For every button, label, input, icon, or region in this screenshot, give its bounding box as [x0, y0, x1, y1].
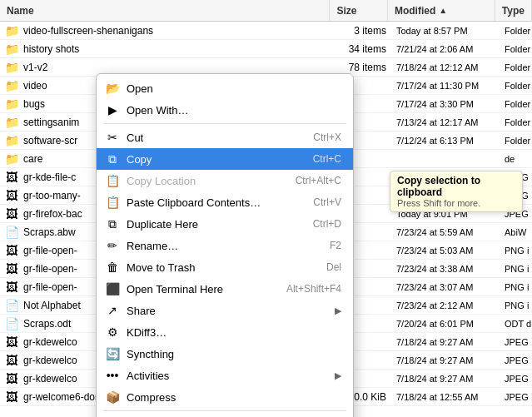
menu-item-properties[interactable]: ☰ Properties Alt+Return: [97, 414, 353, 417]
file-icon: 🖼: [5, 189, 18, 202]
header-type[interactable]: Type: [495, 0, 532, 21]
menu-item-share[interactable]: ↗ Share ▶: [97, 300, 353, 321]
file-type-cell: ODT d: [500, 315, 532, 332]
file-type-cell: AbiW: [500, 223, 532, 241]
file-size-cell: 34 items: [333, 40, 391, 57]
table-row[interactable]: 📁 history shots 34 items 7/21/24 at 2:06…: [0, 40, 532, 58]
file-name: video: [23, 80, 47, 92]
file-type-cell: PNG i: [500, 241, 532, 259]
menu-item-move-to-trash[interactable]: 🗑 Move to Trash Del: [97, 256, 353, 278]
file-modified: 7/23/24 at 2:12 AM: [396, 300, 473, 310]
menu-separator: [103, 123, 346, 124]
file-type: Folder: [505, 62, 530, 72]
menu-item-paste-clipboard[interactable]: 📋 Paste Clipboard Contents… Ctrl+V: [97, 191, 353, 213]
menu-item-label: Compress: [127, 391, 341, 404]
menu-item-icon: 🔄: [105, 346, 120, 361]
file-modified: 7/18/24 at 9:27 AM: [396, 374, 473, 384]
menu-item-open-with[interactable]: ▶ Open With…: [97, 99, 353, 121]
file-icon: 📁: [5, 42, 18, 56]
file-type: PNG i: [505, 282, 529, 292]
menu-item-icon: 📦: [105, 390, 120, 405]
menu-item-open[interactable]: 📂 Open: [97, 77, 353, 99]
file-icon: 📁: [5, 97, 18, 111]
file-size: 34 items: [349, 43, 386, 55]
file-modified: 7/18/24 at 9:27 AM: [396, 337, 473, 347]
file-modified: 7/23/24 at 5:03 AM: [396, 246, 473, 256]
menu-separator: [103, 410, 346, 411]
file-modified-cell: [391, 150, 500, 167]
file-type-cell: Folder: [500, 113, 532, 131]
file-icon: 📁: [5, 116, 18, 129]
table-row[interactable]: 📁 video-fullscreen-shenanigans 3 items T…: [0, 22, 532, 40]
file-name-cell: 📁 history shots: [0, 40, 333, 57]
file-modified-cell: 7/17/24 at 11:30 PM: [391, 77, 500, 94]
file-modified-cell: 7/23/24 at 5:59 AM: [391, 223, 500, 241]
file-type-cell: PNG i: [500, 278, 532, 295]
file-modified-cell: 7/13/24 at 12:17 AM: [391, 113, 500, 131]
menu-item-compress[interactable]: 📦 Compress: [97, 386, 353, 408]
file-name: Scraps.abw: [23, 226, 76, 238]
file-icon: 🖼: [5, 372, 18, 385]
sort-arrow-icon: ▲: [439, 6, 447, 15]
file-type-cell: de: [500, 150, 532, 167]
file-type: ODT d: [505, 319, 531, 329]
file-icon: 📁: [5, 24, 18, 37]
menu-item-label: Activities: [127, 370, 331, 382]
submenu-arrow-icon: ▶: [335, 305, 341, 316]
header-name[interactable]: Name: [0, 0, 330, 21]
menu-item-icon: ⧉: [105, 216, 120, 231]
file-modified-cell: 7/23/24 at 3:07 AM: [391, 278, 500, 295]
file-modified: 7/20/24 at 6:01 PM: [396, 319, 474, 329]
file-icon: 🖼: [5, 390, 18, 404]
file-name: settingsanim: [23, 117, 79, 128]
file-name: gr-kde-file-c: [23, 171, 76, 183]
file-name: history shots: [23, 43, 79, 55]
menu-item-label: Paste Clipboard Contents…: [127, 196, 296, 209]
file-icon: 🖼: [5, 262, 18, 276]
file-type: PNG i: [505, 246, 529, 256]
menu-item-syncthing[interactable]: 🔄 Syncthing: [97, 343, 353, 365]
menu-item-icon: ⧉: [105, 151, 120, 166]
menu-item-shortcut: F2: [330, 240, 341, 251]
menu-item-icon: 🗑: [105, 260, 120, 275]
menu-item-icon: 📂: [105, 81, 120, 96]
menu-item-activities[interactable]: ••• Activities ▶: [97, 365, 353, 386]
file-type-cell: PNG i: [500, 260, 532, 277]
file-name: Scraps.odt: [23, 318, 71, 330]
menu-item-icon: ↗: [105, 303, 120, 318]
file-size-cell: 3 items: [333, 22, 391, 39]
menu-item-rename[interactable]: ✏ Rename… F2: [97, 235, 353, 256]
file-name: gr-kdewelco: [23, 373, 77, 385]
file-size: 78 items: [349, 62, 386, 73]
file-icon: 📄: [5, 317, 18, 330]
menu-item-label: Copy Location: [127, 175, 279, 187]
menu-item-icon: ⬛: [105, 281, 120, 296]
menu-item-copy[interactable]: ⧉ Copy Ctrl+C: [97, 148, 353, 170]
file-modified-cell: 7/23/24 at 5:03 AM: [391, 241, 500, 259]
menu-item-kdiff3[interactable]: ⚙ KDiff3…: [97, 321, 353, 343]
file-icon: 🖼: [5, 207, 18, 221]
menu-item-icon: •••: [105, 368, 120, 383]
file-type-cell: Folder: [500, 40, 532, 57]
file-modified: 7/21/24 at 2:06 AM: [396, 44, 473, 54]
header-size[interactable]: Size: [330, 0, 388, 21]
file-type-cell: Folder: [500, 22, 532, 39]
file-type-cell: PNG i: [500, 296, 532, 314]
file-modified-cell: 7/23/24 at 2:12 AM: [391, 296, 500, 314]
file-type-cell: JPEG: [500, 370, 532, 387]
file-name: software-scr: [23, 135, 77, 146]
file-icon: 🖼: [5, 280, 18, 294]
context-menu: 📂 Open ▶ Open With… ✂ Cut Ctrl+X ⧉ Copy …: [96, 73, 354, 417]
file-modified: 7/23/24 at 5:59 AM: [396, 227, 473, 237]
file-modified: 7/18/24 at 12:12 AM: [396, 62, 478, 72]
file-icon: 🖼: [5, 244, 18, 257]
menu-item-label: Rename…: [127, 240, 313, 252]
menu-item-open-terminal[interactable]: ⬛ Open Terminal Here Alt+Shift+F4: [97, 278, 353, 300]
file-name: gr-file-open-: [23, 245, 77, 256]
menu-item-label: Syncthing: [127, 348, 341, 360]
menu-item-cut[interactable]: ✂ Cut Ctrl+X: [97, 127, 353, 148]
header-modified[interactable]: Modified ▲: [388, 0, 495, 21]
file-name: gr-kdewelco: [23, 336, 77, 348]
file-modified-cell: 7/23/24 at 3:38 AM: [391, 260, 500, 277]
menu-item-duplicate-here[interactable]: ⧉ Duplicate Here Ctrl+D: [97, 213, 353, 235]
